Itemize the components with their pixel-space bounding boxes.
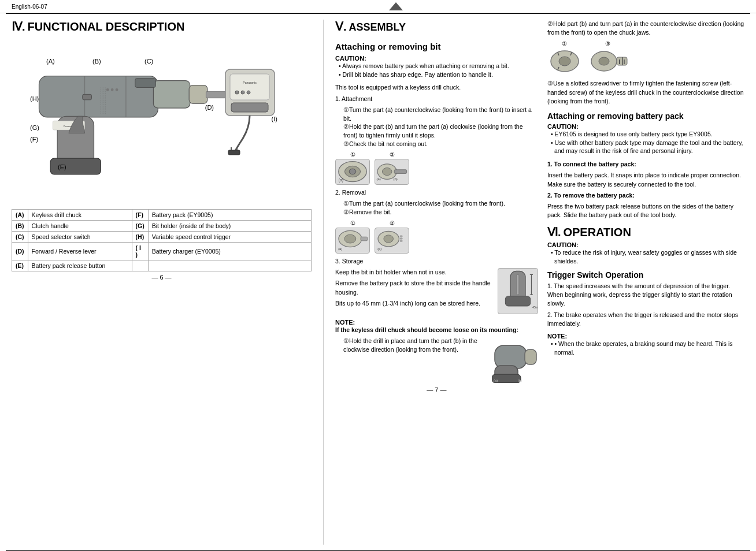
label-A: (A): [46, 58, 55, 65]
svg-point-33: [382, 168, 392, 176]
storage-drill-img: 45 mm: [498, 268, 538, 314]
battery-connect-title: 1. To connect the battery pack:: [547, 160, 744, 169]
storage-text-1: Keep the bit in bit holder when not in u…: [335, 268, 493, 277]
storage-text-3: Bits up to 45 mm (1-3/4 inch) long can b…: [335, 299, 493, 308]
svg-text:(a): (a): [377, 247, 381, 251]
trigger-step-1: 1. The speed increases with the amount o…: [547, 282, 744, 308]
drill-svg: Panasonic: [12, 40, 231, 185]
left-section-title: Ⅳ. FUNCTIONAL DESCRIPTION: [12, 20, 312, 33]
caution-bullet-1: Always remove battery pack when attachin…: [335, 62, 538, 70]
left-roman-numeral: Ⅳ.: [12, 20, 25, 33]
note-label: NOTE:: [335, 319, 538, 326]
svg-rect-45: [400, 240, 402, 241]
battery-remove-title: 2. To remove the battery pack:: [547, 191, 744, 200]
svg-point-66: [599, 57, 609, 65]
attach-step-3: ③Check the bit not coming out.: [335, 140, 538, 148]
operation-caution-box: CAUTION: To reduce the risk of injury, w…: [547, 241, 744, 265]
part-desc-b: Clutch handle: [28, 221, 132, 232]
label-B: (B): [92, 58, 101, 65]
chuck-images-remove: ① (a) ②: [335, 220, 538, 254]
battery-connect-text: Insert the battery pack. It snaps into p…: [547, 171, 744, 188]
svg-rect-34: [394, 170, 407, 174]
chuck-img-1: (a): [335, 159, 370, 185]
battery-subtitle: Attaching or removing battery pack: [547, 111, 744, 121]
operation-note-label: NOTE:: [547, 333, 567, 340]
chuck-remove-img-2: (a): [375, 228, 409, 254]
svg-point-10: [106, 88, 109, 91]
svg-text:(b): (b): [393, 177, 397, 181]
part-desc-i: Battery charger (EY0005): [148, 243, 311, 260]
assembly-section-title: Ⅴ. ASSEMBLY: [335, 20, 538, 35]
assembly-roman: Ⅴ.: [335, 20, 347, 33]
svg-text:(a): (a): [376, 177, 380, 181]
battery-remove-text: Press the two battery pack release butto…: [547, 202, 744, 219]
removal-step-2: ②Remove the bit.: [335, 208, 538, 217]
svg-rect-48: [505, 296, 530, 306]
attachment-section: 1. Attachment ①Turn the part (a) counter…: [335, 95, 538, 148]
label-G: (G): [30, 124, 39, 131]
page-number-right: — 7 —: [335, 384, 538, 396]
main-content: Ⅳ. FUNCTIONAL DESCRIPTION: [0, 14, 756, 550]
svg-text:(a): (a): [494, 379, 498, 382]
part-label-d: (D): [12, 243, 28, 260]
svg-rect-25: [228, 150, 240, 155]
part-label-i: ( I ): [132, 243, 148, 260]
chuck-images-attach: ① (a) ②: [335, 151, 538, 185]
attach-step-1: ①Turn the part (a) counterclockwise (loo…: [335, 106, 538, 122]
svg-rect-8: [83, 94, 92, 100]
svg-rect-43: [400, 236, 402, 237]
svg-rect-1: [153, 81, 190, 109]
assembly-subtitle: Attaching or removing bit: [335, 42, 538, 51]
step2-note: ②Hold part (b) and turn part (a) in the …: [547, 20, 744, 37]
svg-rect-24: [231, 103, 268, 112]
part-desc-c: Speed selector switch: [28, 232, 132, 243]
part-desc-g: Bit holder (inside of the body): [148, 221, 311, 232]
svg-rect-55: [525, 349, 536, 364]
chuck-remove-img-1: (a): [335, 228, 370, 254]
operation-title: Ⅵ. OPERATION: [547, 225, 744, 239]
note-step-row: ①Hold the drill in place and turn the pa…: [335, 337, 538, 384]
operation-roman: Ⅵ.: [547, 225, 561, 239]
label-C: (C): [144, 58, 153, 65]
svg-rect-9: [135, 79, 156, 88]
top-bar: English-06-07: [0, 0, 756, 13]
table-row: (D) Forward / Reverse lever ( I ) Batter…: [12, 243, 312, 260]
label-I: (I): [272, 116, 277, 122]
top-triangle-decoration: [389, 2, 403, 10]
far-right-column: ②Hold part (b) and turn part (a) in the …: [547, 20, 744, 545]
battery-caution-label: CAUTION:: [547, 123, 579, 130]
part-label-e: (E): [12, 260, 28, 271]
chuck-open-img-2: ②: [547, 40, 582, 76]
svg-rect-39: [361, 237, 368, 241]
svg-text:Panasonic: Panasonic: [243, 81, 257, 84]
operation-note-box: NOTE: • When the brake operates, a braki…: [547, 333, 744, 356]
part-label-h: (H): [132, 232, 148, 243]
battery-caution-box: CAUTION: EY6105 is designed to use only …: [547, 123, 744, 155]
drill-illustration-area: Panasonic Panasonic: [12, 40, 289, 202]
assembly-column: Ⅴ. ASSEMBLY Attaching or removing bit CA…: [335, 20, 538, 545]
svg-point-42: [384, 235, 394, 243]
operation-heading: OPERATION: [563, 226, 631, 239]
assembly-caution-box: CAUTION: Always remove battery pack when…: [335, 55, 538, 79]
part-desc-d: Forward / Reverse lever: [28, 243, 132, 260]
header-left: English-06-07: [12, 3, 47, 10]
battery-caution-bullet-1: EY6105 is designed to use only battery p…: [547, 130, 744, 139]
svg-point-30: [349, 169, 356, 174]
storage-title: 3. Storage: [335, 257, 538, 266]
part-desc-f: Battery pack (EY9005): [148, 210, 311, 221]
part-desc-a: Keyless drill chuck: [28, 210, 132, 221]
chuck-open-img-3: ③: [588, 40, 628, 76]
svg-rect-49: [516, 274, 518, 295]
page-number-left: — 6 —: [12, 271, 312, 283]
svg-text:(a): (a): [338, 247, 342, 251]
table-row: (B) Clutch handle (G) Bit holder (inside…: [12, 221, 312, 232]
operation-caution-label: CAUTION:: [547, 241, 579, 248]
label-H: (H): [30, 95, 39, 102]
label-D: (D): [205, 104, 214, 111]
chuck-open-images: ② ③: [547, 40, 744, 76]
svg-point-21: [235, 91, 239, 94]
battery-section: Attaching or removing battery pack CAUTI…: [547, 111, 744, 219]
left-column: Ⅳ. FUNCTIONAL DESCRIPTION: [12, 20, 324, 545]
assembly-caution-label: CAUTION:: [335, 55, 366, 62]
removal-step-1: ①Turn the part (a) counterclockwise (loo…: [335, 199, 538, 208]
